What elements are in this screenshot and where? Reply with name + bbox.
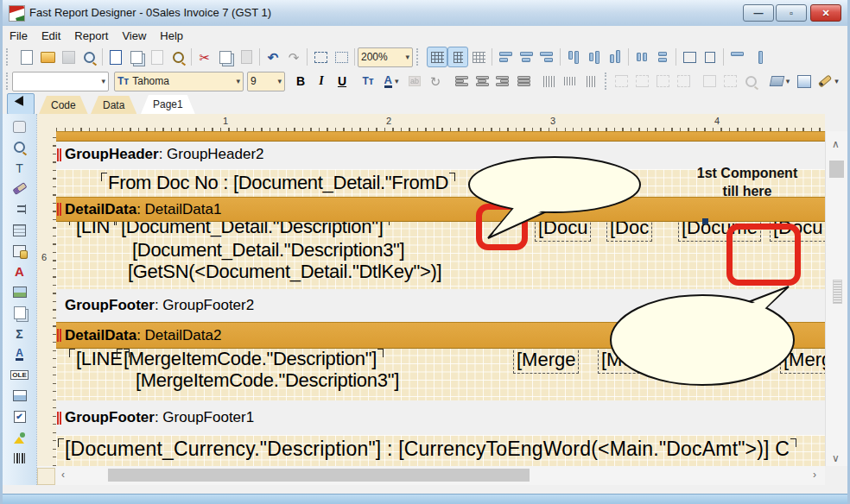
- font-name-combobox[interactable]: Tт Tahoma ▾: [114, 72, 244, 91]
- text-align-top-button[interactable]: [539, 71, 560, 91]
- band-title-detaildata1[interactable]: DetailData: DetailData1: [56, 197, 825, 222]
- insert-barcode-button[interactable]: [10, 450, 29, 466]
- frame-top-button[interactable]: [611, 71, 631, 91]
- scroll-up-icon[interactable]: ∧: [832, 138, 840, 150]
- menu-edit[interactable]: Edit: [35, 28, 67, 44]
- new-page-button[interactable]: [105, 47, 126, 67]
- text-object[interactable]: [Merge: [517, 350, 575, 370]
- insert-band-button[interactable]: [10, 201, 29, 217]
- scroll-right-icon[interactable]: ›: [813, 469, 816, 481]
- delete-page-button[interactable]: [147, 47, 168, 67]
- frame-edit-button[interactable]: [740, 71, 761, 91]
- selection-handle[interactable]: [702, 218, 708, 224]
- line-color-button[interactable]: ▾: [815, 71, 842, 91]
- insert-subreport-button[interactable]: [10, 305, 29, 321]
- align-tops-button[interactable]: [563, 47, 584, 67]
- frame-bottom-button[interactable]: [631, 71, 652, 91]
- space-horizontally-button[interactable]: [631, 47, 652, 67]
- underline-button[interactable]: U: [332, 71, 352, 91]
- insert-ole-button[interactable]: OLE: [10, 367, 29, 383]
- band-bar-partial[interactable]: [56, 131, 825, 142]
- align-lefts-button[interactable]: [495, 47, 516, 67]
- group-button[interactable]: [310, 47, 331, 67]
- fill-style-button[interactable]: [794, 71, 815, 91]
- insert-shape-button[interactable]: [10, 387, 29, 404]
- vertical-scroll-thumb[interactable]: [829, 161, 844, 178]
- align-bottoms-button[interactable]: [605, 47, 625, 67]
- toolbar-grip[interactable]: [6, 48, 12, 66]
- menu-help[interactable]: Help: [153, 28, 190, 44]
- format-painter-button[interactable]: [10, 180, 29, 197]
- ungroup-button[interactable]: [331, 47, 352, 67]
- text-object[interactable]: [Document_Detail."Description3"]: [132, 239, 404, 261]
- horizontal-scrollbar[interactable]: ‹ ›: [37, 466, 825, 485]
- condition-button[interactable]: ab: [404, 71, 425, 91]
- insert-picture-button[interactable]: [10, 284, 29, 300]
- frame-all-button[interactable]: [699, 71, 720, 91]
- text-align-bottom-button[interactable]: [580, 71, 601, 91]
- align-middles-button[interactable]: [584, 47, 605, 67]
- tab-data[interactable]: Data: [91, 96, 136, 114]
- band-title-groupfooter1[interactable]: GroupFooter: GroupFooter1: [56, 400, 825, 435]
- frame-none-button[interactable]: [720, 71, 740, 91]
- close-button[interactable]: ✕: [810, 4, 841, 22]
- insert-table-button[interactable]: [10, 222, 29, 238]
- scroll-left-icon[interactable]: ‹: [61, 469, 65, 481]
- line-style-button[interactable]: [842, 71, 850, 91]
- align-to-grid-button[interactable]: [447, 47, 468, 67]
- center-vertically-button[interactable]: [700, 47, 720, 67]
- space-vertically-button[interactable]: [652, 47, 673, 67]
- align-centers-button[interactable]: [516, 47, 536, 67]
- copy-button[interactable]: [215, 47, 236, 67]
- text-object[interactable]: [MergeItemCode."Description3"]: [136, 369, 399, 392]
- toolbar-grip[interactable]: [416, 48, 422, 66]
- undo-button[interactable]: ↶: [263, 47, 283, 67]
- tab-code[interactable]: Code: [39, 96, 88, 114]
- text-editor-tool-button[interactable]: T: [10, 160, 29, 176]
- text-object[interactable]: [LIN: [76, 220, 110, 238]
- redo-button[interactable]: ↷: [283, 47, 304, 67]
- insert-db-field-button[interactable]: [10, 243, 29, 259]
- open-report-button[interactable]: [37, 47, 58, 67]
- insert-sum-button[interactable]: Σ: [10, 325, 29, 342]
- zoom-tool-button[interactable]: [10, 139, 29, 155]
- highlight-color-button[interactable]: A▾: [378, 71, 404, 91]
- text-object[interactable]: [MergeItemCode."Description"]: [124, 348, 377, 370]
- text-object[interactable]: [LINE: [76, 348, 123, 370]
- tab-page1[interactable]: Page1: [141, 95, 195, 114]
- insert-richtext-button[interactable]: A: [10, 263, 29, 280]
- vertical-scrollbar[interactable]: ∧ ∨: [825, 131, 848, 466]
- scroll-grip[interactable]: [833, 280, 842, 304]
- same-height-button[interactable]: [747, 47, 768, 67]
- insert-checkbox-button[interactable]: ✔: [10, 408, 29, 425]
- align-text-right-button[interactable]: [492, 71, 513, 91]
- toolbar-grip[interactable]: [605, 72, 606, 90]
- same-width-button[interactable]: [726, 47, 747, 67]
- maximize-button[interactable]: ▫: [776, 4, 807, 22]
- text-object[interactable]: [Document_Currency."Description"] : [Cur…: [65, 438, 790, 460]
- fill-color-button[interactable]: ▾: [766, 71, 794, 91]
- menu-view[interactable]: View: [115, 28, 153, 44]
- groupfooter1-content[interactable]: [Document_Currency."Description"] : [Cur…: [56, 435, 825, 466]
- minimize-button[interactable]: —: [743, 4, 774, 22]
- toolbar-grip[interactable]: [6, 72, 8, 90]
- bold-button[interactable]: B: [290, 71, 311, 91]
- frame-left-button[interactable]: [652, 71, 673, 91]
- menu-report[interactable]: Report: [67, 28, 115, 44]
- fit-to-grid-button[interactable]: [468, 47, 489, 67]
- hand-tool-button[interactable]: [10, 118, 29, 135]
- rotate-button[interactable]: ↻: [425, 71, 446, 91]
- text-align-middle-button[interactable]: [560, 71, 580, 91]
- preview-button[interactable]: [79, 47, 99, 67]
- show-grid-button[interactable]: [427, 47, 447, 67]
- text-object[interactable]: [Document_Detail."Description"]: [121, 220, 383, 238]
- insert-line-button[interactable]: A: [10, 346, 29, 362]
- align-text-left-button[interactable]: [451, 71, 472, 91]
- align-text-center-button[interactable]: [472, 71, 492, 91]
- italic-button[interactable]: I: [311, 71, 332, 91]
- select-tool-button[interactable]: [7, 93, 35, 115]
- text-object[interactable]: From Doc No : [Document_Detail."FromD: [108, 172, 448, 194]
- align-rights-button[interactable]: [536, 47, 557, 67]
- text-object[interactable]: [GetSN(<Document_Detail."DtlKey">)]: [128, 261, 441, 283]
- horizontal-scroll-thumb[interactable]: [108, 469, 530, 482]
